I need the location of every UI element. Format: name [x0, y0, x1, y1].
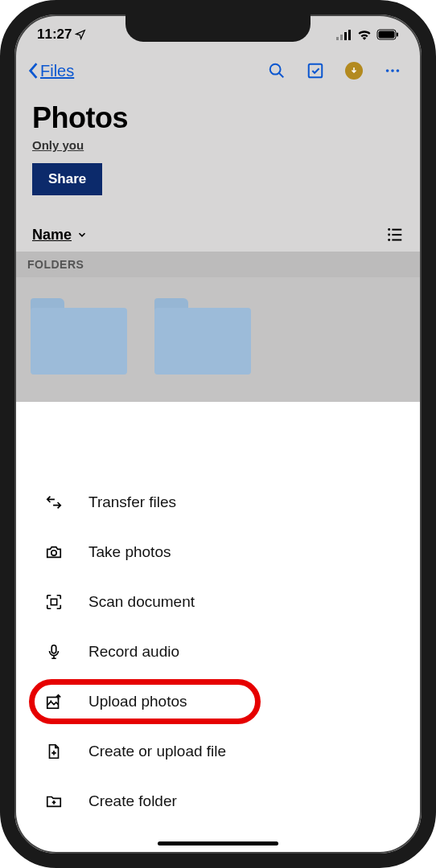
menu-label: Upload photos: [88, 693, 187, 710]
page-title: Photos: [32, 101, 404, 135]
back-label: Files: [40, 62, 74, 80]
folder-grid: [14, 277, 422, 402]
view-toggle-icon[interactable]: [386, 226, 404, 244]
svg-point-12: [388, 228, 390, 231]
wifi-icon: [357, 29, 372, 40]
svg-point-10: [391, 69, 394, 72]
menu-transfer-files[interactable]: Transfer files: [14, 477, 422, 527]
svg-rect-20: [51, 645, 56, 653]
chevron-down-icon: [76, 229, 88, 240]
svg-point-11: [397, 69, 400, 72]
menu-label: Create folder: [88, 792, 177, 810]
cellular-icon: [336, 29, 352, 40]
sort-row: Name: [14, 202, 422, 252]
sort-label: Name: [32, 227, 72, 244]
svg-rect-1: [340, 35, 343, 40]
menu-create-folder[interactable]: Create folder: [14, 776, 422, 826]
svg-point-16: [388, 239, 390, 241]
status-time: 11:27: [37, 27, 72, 43]
camera-icon: [43, 542, 64, 563]
action-sheet: Transfer files Take photos Scan document…: [14, 463, 422, 854]
access-subtitle[interactable]: Only you: [32, 138, 404, 152]
location-icon: [75, 29, 86, 40]
svg-point-18: [51, 551, 56, 555]
upload-photo-icon: [43, 691, 64, 712]
svg-rect-15: [392, 234, 401, 235]
folders-section-header: FOLDERS: [14, 252, 422, 277]
home-indicator[interactable]: [158, 841, 278, 845]
svg-rect-2: [344, 32, 347, 40]
svg-rect-13: [392, 229, 401, 231]
svg-rect-0: [336, 37, 339, 40]
svg-point-9: [386, 69, 389, 72]
menu-create-upload-file[interactable]: Create or upload file: [14, 727, 422, 776]
menu-scan-document[interactable]: Scan document: [14, 577, 422, 627]
folder-plus-icon: [43, 791, 64, 812]
svg-point-14: [388, 234, 390, 236]
svg-rect-6: [397, 33, 398, 37]
more-icon[interactable]: [376, 55, 409, 87]
svg-rect-19: [51, 599, 56, 604]
svg-rect-17: [392, 240, 401, 241]
search-icon[interactable]: [261, 55, 293, 87]
menu-label: Create or upload file: [88, 743, 226, 760]
menu-take-photos[interactable]: Take photos: [14, 527, 422, 577]
header-block: Photos Only you Share: [14, 92, 422, 202]
sort-button[interactable]: Name: [32, 227, 88, 244]
download-badge-icon[interactable]: [338, 55, 370, 87]
folder-item[interactable]: [31, 298, 127, 375]
menu-label: Record audio: [88, 643, 179, 661]
svg-rect-8: [309, 64, 323, 78]
scan-icon: [43, 592, 64, 612]
battery-icon: [376, 29, 399, 40]
menu-upload-photos[interactable]: Upload photos: [14, 677, 422, 727]
svg-point-7: [270, 64, 281, 75]
folder-item[interactable]: [154, 298, 251, 375]
svg-point-22: [50, 700, 51, 702]
back-button[interactable]: Files: [27, 62, 74, 80]
menu-record-audio[interactable]: Record audio: [14, 627, 422, 677]
microphone-icon: [43, 641, 64, 662]
transfer-icon: [43, 492, 64, 513]
share-button[interactable]: Share: [32, 163, 102, 195]
svg-rect-3: [348, 30, 351, 40]
svg-rect-5: [379, 31, 395, 39]
menu-label: Transfer files: [88, 493, 176, 511]
menu-label: Take photos: [88, 543, 171, 561]
menu-label: Scan document: [88, 593, 195, 611]
file-plus-icon: [43, 741, 64, 762]
nav-bar: Files: [14, 50, 422, 92]
select-icon[interactable]: [299, 55, 331, 87]
